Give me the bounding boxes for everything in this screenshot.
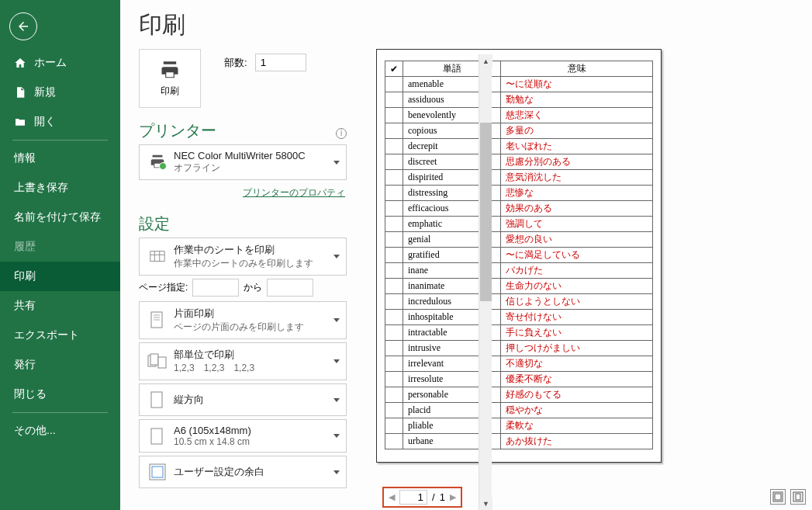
nav-label: 共有 [14, 299, 36, 313]
table-row: irrelevant不適切な [385, 356, 653, 372]
paper-select[interactable]: A6 (105x148mm) 10.5 cm x 14.8 cm [139, 419, 347, 453]
nav-label: 開く [34, 115, 56, 129]
chevron-down-icon [333, 398, 340, 402]
nav-label: 閉じる [14, 387, 47, 401]
range-from-input[interactable] [192, 279, 239, 297]
range-to-input[interactable] [267, 279, 313, 297]
settings-section-title: 設定 [139, 213, 347, 234]
printer-section-title: プリンター [139, 120, 347, 141]
show-margins-button[interactable] [770, 489, 786, 505]
nav-close[interactable]: 閉じる [0, 380, 120, 409]
table-row: emphatic強調して [385, 217, 653, 232]
chevron-down-icon [333, 470, 340, 474]
printer-icon [157, 60, 182, 82]
orientation-select[interactable]: 縦方向 [139, 383, 347, 416]
printer-name: NEC Color MultiWriter 5800C [174, 150, 333, 161]
chevron-down-icon [333, 359, 340, 363]
table-row: pliable柔軟な [385, 418, 653, 434]
table-row: placid穏やかな [385, 403, 653, 418]
next-page-button[interactable]: ▶ [450, 492, 456, 502]
print-what-select[interactable]: 作業中のシートを印刷 作業中のシートのみを印刷します [139, 238, 347, 276]
nav-other[interactable]: その他... [0, 416, 120, 446]
printer-properties-link[interactable]: プリンターのプロパティ [243, 187, 345, 198]
nav-label: ホーム [34, 56, 67, 70]
nav-label: 情報 [14, 151, 36, 165]
table-row: inanimate生命力のない [385, 279, 653, 294]
nav-publish[interactable]: 発行 [0, 350, 120, 380]
opt-label: 縦方向 [174, 393, 333, 407]
table-row: inhospitable寄せ付けない [385, 310, 653, 325]
chevron-down-icon [333, 161, 340, 165]
table-row: distressing悲惨な [385, 186, 653, 201]
settings-scrollbar[interactable]: ▲ ▼ [479, 54, 492, 510]
page-input[interactable] [399, 490, 427, 505]
opt-sublabel: ページの片面のみを印刷します [174, 321, 333, 334]
opt-sublabel: 作業中のシートのみを印刷します [174, 257, 333, 270]
preview-page: ✔ 単語 意味 amenable〜に従順なassiduous勤勉なbenevol… [376, 49, 662, 463]
scroll-up-icon[interactable]: ▲ [479, 54, 492, 68]
opt-sublabel: 1,2,3 1,2,3 1,2,3 [174, 362, 333, 375]
nav-share[interactable]: 共有 [0, 291, 120, 321]
opt-sublabel: 10.5 cm x 14.8 cm [174, 436, 333, 447]
portrait-icon [146, 389, 169, 411]
nav-open[interactable]: 開く [0, 107, 120, 137]
col-check: ✔ [385, 61, 403, 77]
opt-label: 作業中のシートを印刷 [174, 243, 333, 257]
svg-rect-11 [151, 392, 162, 408]
table-row: assiduous勤勉な [385, 92, 653, 108]
preview-table: ✔ 単語 意味 amenable〜に従順なassiduous勤勉なbenevol… [385, 61, 653, 449]
status-ready-icon [159, 162, 167, 170]
page-icon [146, 310, 169, 331]
printer-status: オフライン [174, 161, 333, 175]
margins-select[interactable]: ユーザー設定の余白 [139, 456, 347, 488]
paper-icon [146, 425, 169, 447]
chevron-down-icon [333, 255, 340, 258]
opt-label: ユーザー設定の余白 [174, 465, 333, 479]
svg-rect-0 [150, 251, 164, 261]
print-button[interactable]: 印刷 [139, 49, 201, 108]
collate-select[interactable]: 部単位で印刷 1,2,3 1,2,3 1,2,3 [139, 342, 347, 380]
nav-label: エクスポート [14, 328, 79, 342]
prev-page-button[interactable]: ◀ [389, 492, 395, 502]
table-row: efficacious効果のある [385, 201, 653, 217]
nav-label: 履歴 [14, 240, 36, 254]
col-meaning: 意味 [501, 61, 653, 77]
nav-label: その他... [14, 424, 56, 438]
printer-select[interactable]: NEC Color MultiWriter 5800C オフライン [139, 144, 347, 180]
nav-history[interactable]: 履歴 [0, 232, 120, 262]
table-row: discreet思慮分別のある [385, 154, 653, 170]
table-row: copious多量の [385, 123, 653, 139]
range-label: ページ指定: [139, 281, 188, 294]
opt-label: A6 (105x148mm) [174, 425, 333, 436]
table-row: gratified〜に満足している [385, 248, 653, 263]
collate-icon [146, 351, 169, 373]
nav-new[interactable]: 新規 [0, 78, 120, 107]
nav-saveas[interactable]: 名前を付けて保存 [0, 203, 120, 232]
chevron-down-icon [333, 318, 340, 322]
scroll-down-icon[interactable]: ▼ [479, 497, 492, 510]
nav-export[interactable]: エクスポート [0, 321, 120, 350]
main-panel: 印刷 印刷 部数: i プリンター [120, 0, 812, 510]
nav-print[interactable]: 印刷 [0, 262, 120, 291]
table-row: amenable〜に従順な [385, 77, 653, 92]
table-row: personable好感のもてる [385, 387, 653, 403]
back-button[interactable] [9, 12, 37, 40]
sheets-icon [146, 246, 169, 268]
nav-save[interactable]: 上書き保存 [0, 173, 120, 203]
nav-info[interactable]: 情報 [0, 144, 120, 173]
print-settings: 印刷 部数: i プリンター [120, 46, 353, 510]
zoom-to-page-button[interactable] [790, 489, 806, 505]
nav-home[interactable]: ホーム [0, 48, 120, 78]
copies-input[interactable] [255, 54, 306, 71]
info-icon[interactable]: i [336, 128, 347, 139]
table-row: genial愛想の良い [385, 232, 653, 248]
nav-label: 印刷 [14, 269, 36, 283]
table-row: urbaneあか抜けた [385, 434, 653, 449]
copies-label: 部数: [224, 56, 247, 70]
table-row: decrepit老いぼれた [385, 139, 653, 154]
table-row: intrusive押しつけがましい [385, 341, 653, 356]
scroll-thumb[interactable] [480, 123, 492, 301]
sides-select[interactable]: 片面印刷 ページの片面のみを印刷します [139, 301, 347, 339]
svg-rect-9 [150, 354, 158, 365]
print-button-label: 印刷 [161, 85, 179, 98]
